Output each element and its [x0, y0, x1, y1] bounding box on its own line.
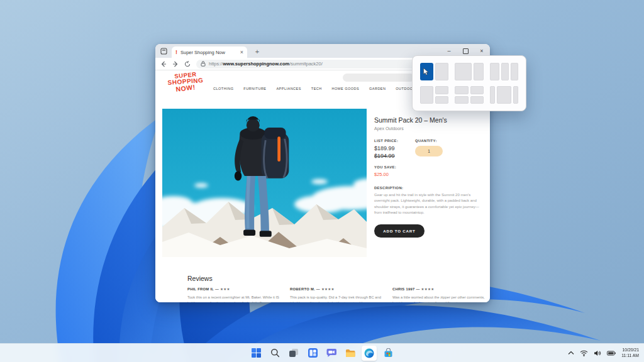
reviews-heading: Reviews: [187, 275, 485, 282]
nav-item-home-goods[interactable]: HOME GOODS: [332, 87, 360, 90]
tray-time: 11:11 AM: [621, 353, 639, 359]
site-search-input[interactable]: [343, 74, 414, 82]
new-tab-button[interactable]: +: [252, 47, 262, 57]
chat-button[interactable]: [324, 346, 339, 361]
quantity-block: QUANTITY: 1: [415, 139, 443, 156]
search-icon: [270, 348, 280, 358]
review-author: CHRIS 1997: [392, 287, 415, 291]
widgets-button[interactable]: [305, 346, 320, 361]
review-item: ROBERTO M. — ★★★★ This pack is top-quali…: [290, 287, 382, 302]
snap-zone-bottom-right[interactable]: [470, 96, 484, 104]
review-item: PHIL FROM IL — ★★★ Took this on a recent…: [187, 287, 280, 302]
tray-date: 10/20/21: [621, 348, 639, 353]
snap-zone-left[interactable]: [490, 86, 495, 104]
taskbar: 10/20/21 11:11 AM: [0, 343, 644, 362]
snap-layout-two-columns-left-wide[interactable]: [455, 63, 483, 80]
nav-item-garden[interactable]: GARDEN: [369, 87, 386, 90]
file-explorer-button[interactable]: [343, 346, 358, 361]
snap-layout-two-columns[interactable]: [420, 63, 448, 80]
site-logo[interactable]: SUPER SHOPPING NOW!: [163, 72, 208, 92]
snap-zone-bottom-left[interactable]: [455, 96, 468, 104]
edge-button[interactable]: [362, 346, 377, 361]
review-stars: ★★★: [220, 287, 230, 291]
snap-zone-top-right[interactable]: [435, 86, 448, 94]
task-view-icon: [289, 348, 299, 358]
site-favicon: !: [175, 49, 177, 55]
cursor-icon: [423, 68, 429, 75]
wifi-icon[interactable]: [580, 350, 588, 356]
start-icon: [252, 348, 261, 358]
product-brand: Apex Outdoors: [374, 126, 486, 131]
you-save-value: $25.00: [374, 172, 486, 177]
snap-zone-top-right[interactable]: [470, 86, 484, 94]
maximize-icon: [463, 48, 469, 54]
snap-layouts-flyout: [412, 55, 526, 111]
refresh-icon[interactable]: [184, 61, 191, 67]
snap-zone-bottom-right[interactable]: [435, 96, 448, 104]
system-tray: 10/20/21 11:11 AM: [568, 344, 639, 362]
tab-close-icon[interactable]: ×: [240, 50, 243, 55]
battery-icon[interactable]: [607, 351, 616, 356]
snap-zone-right[interactable]: [435, 63, 448, 80]
product-title: Summit Pack 20 – Men's: [374, 116, 486, 124]
review-author: PHIL FROM IL: [187, 287, 214, 291]
tab-actions-icon[interactable]: [160, 47, 167, 55]
review-text: This pack is top-quality. Did a 7-day tr…: [290, 295, 382, 302]
edge-icon: [364, 348, 374, 358]
snap-zone-center[interactable]: [501, 63, 509, 80]
tab-title: Super Shopping Now: [180, 50, 240, 55]
nav-item-furniture[interactable]: FURNITURE: [243, 87, 266, 90]
widgets-icon: [308, 348, 318, 358]
start-button[interactable]: [248, 346, 264, 361]
volume-icon[interactable]: [594, 350, 601, 356]
forward-icon[interactable]: [172, 61, 179, 67]
browser-tab[interactable]: ! Super Shopping Now ×: [172, 47, 247, 58]
snap-zone-top-left[interactable]: [455, 86, 468, 94]
file-explorer-icon: [345, 349, 355, 358]
review-item: CHRIS 1997 — ★★★★ Was a little worried a…: [392, 287, 485, 302]
shop-nav: CLOTHING FURNITURE APPLIANCES TECH HOME …: [213, 87, 416, 90]
snap-zone-left[interactable]: [420, 86, 433, 104]
snap-zone-left[interactable]: [490, 63, 500, 80]
you-save-label: YOU SAVE:: [374, 165, 486, 169]
nav-item-tech[interactable]: TECH: [311, 87, 322, 90]
review-stars: ★★★★: [421, 287, 435, 291]
review-text: Took this on a recent overnighter at Mt.…: [187, 295, 280, 302]
add-to-cart-button[interactable]: ADD TO CART: [374, 224, 425, 238]
snap-layout-one-left-two-right[interactable]: [420, 86, 448, 104]
snap-zone-right[interactable]: [474, 63, 484, 80]
store-button[interactable]: [380, 346, 396, 361]
snap-zone-right[interactable]: [513, 86, 518, 104]
url-text: https://www.supershoppingnow.com/summitp…: [209, 61, 323, 67]
lock-icon[interactable]: [201, 61, 206, 67]
chevron-up-icon[interactable]: [568, 351, 574, 355]
snap-layout-four-quadrants[interactable]: [455, 86, 483, 104]
snap-zone-center[interactable]: [497, 86, 511, 104]
back-icon[interactable]: [160, 61, 167, 67]
quantity-label: QUANTITY:: [415, 139, 443, 143]
snap-layout-three-columns[interactable]: [490, 63, 518, 80]
nav-item-appliances[interactable]: APPLIANCES: [276, 87, 301, 90]
description-label: DESCRIPTION:: [374, 186, 486, 190]
review-text: Was a little worried about the zipper pe…: [392, 295, 485, 302]
task-view-button[interactable]: [286, 346, 301, 361]
snap-zone-left-selected[interactable]: [420, 63, 433, 80]
taskbar-clock[interactable]: 10/20/21 11:11 AM: [621, 348, 639, 359]
chat-icon: [326, 348, 336, 358]
snap-layout-three-columns-center-wide[interactable]: [490, 86, 518, 104]
review-stars: ★★★★: [321, 287, 335, 291]
nav-item-clothing[interactable]: CLOTHING: [213, 87, 233, 90]
store-icon: [384, 348, 393, 358]
quantity-stepper[interactable]: 1: [415, 146, 443, 156]
review-author: ROBERTO M.: [290, 287, 315, 291]
snap-zone-left[interactable]: [455, 63, 472, 80]
snap-zone-right[interactable]: [511, 63, 518, 80]
description-text: Gear up and hit the trail in style with …: [374, 192, 486, 216]
product-photo: [162, 109, 367, 257]
search-button[interactable]: [267, 346, 282, 361]
product-details: Summit Pack 20 – Men's Apex Outdoors LIS…: [374, 116, 486, 238]
reviews-section: Reviews PHIL FROM IL — ★★★ Took this on …: [187, 275, 485, 302]
